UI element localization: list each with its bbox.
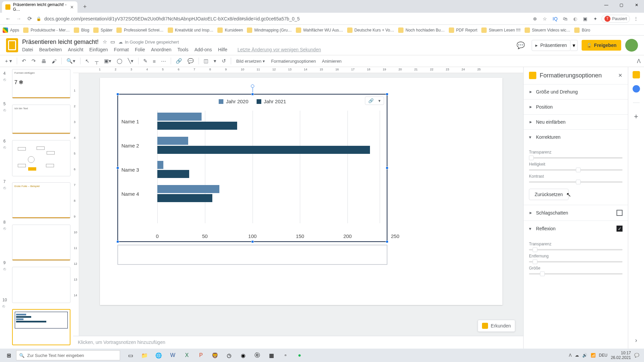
slide-stage[interactable]: 🔗 ▾ Jahr 2020 Jahr 2021	[79, 73, 523, 336]
forward-button[interactable]: →	[14, 14, 23, 23]
undo-button[interactable]: ↶	[20, 57, 28, 65]
app-icon[interactable]: ▦	[266, 350, 277, 361]
tasks-icon[interactable]	[633, 85, 640, 93]
comment-button[interactable]: 💬	[186, 57, 196, 65]
image-tool[interactable]: ▣▾	[102, 57, 113, 65]
menu-datei[interactable]: Datei	[22, 47, 33, 52]
section-recolor[interactable]: ▾Neu einfärben	[524, 114, 628, 129]
collapse-toolbar-icon[interactable]: ᐱ	[637, 58, 641, 64]
extensions-puzzle-icon[interactable]: ✦	[591, 15, 599, 23]
comments-icon[interactable]: 💬	[514, 39, 528, 52]
border-weight-button[interactable]: ≡	[151, 57, 158, 65]
maximize-button[interactable]: ▢	[614, 0, 629, 10]
replace-image-button[interactable]: Bild ersetzen ▾	[234, 57, 267, 65]
line-tool[interactable]: ╲▾	[126, 57, 135, 65]
volume-icon[interactable]: 🔊	[582, 353, 587, 358]
star-icon[interactable]: ☆	[103, 39, 107, 45]
hide-panel-icon[interactable]: ›	[635, 337, 637, 344]
lock-icon[interactable]: 🔒	[35, 16, 42, 21]
border-dash-button[interactable]: ⋯	[159, 57, 168, 65]
menu-einfuegen[interactable]: Einfügen	[89, 47, 108, 52]
bookmark-star-icon[interactable]: ☆	[541, 15, 549, 23]
slide-thumbnail-8[interactable]	[12, 225, 70, 261]
bookmark-item[interactable]: Noch hochladen Bu…	[398, 27, 445, 33]
refl-transparency-slider[interactable]	[529, 249, 623, 250]
bookmark-item[interactable]: PDF Report	[449, 27, 477, 33]
reset-image-button[interactable]: ↺	[220, 57, 228, 65]
mask-button[interactable]: ▾	[212, 57, 218, 65]
menu-bearbeiten[interactable]: Bearbeiten	[39, 47, 62, 52]
section-corrections[interactable]: ▾Korrekturen	[524, 129, 628, 144]
bookmark-item[interactable]: Büro	[574, 27, 590, 33]
menu-anordnen[interactable]: Anordnen	[151, 47, 171, 52]
animate-button[interactable]: Animieren	[320, 57, 344, 65]
ext-icon-1[interactable]: IQ	[551, 15, 559, 23]
language-indicator[interactable]: DEU	[599, 353, 607, 358]
bookmark-item[interactable]: Kursideen	[217, 27, 243, 33]
contrast-slider[interactable]	[529, 181, 623, 183]
onedrive-icon[interactable]: ☁	[575, 353, 579, 358]
apps-shortcut[interactable]: Apps	[3, 27, 19, 33]
back-button[interactable]: ←	[3, 14, 13, 23]
minimize-button[interactable]: —	[599, 0, 614, 10]
crop-button[interactable]: ◫	[202, 57, 210, 65]
resize-handle[interactable]	[116, 167, 119, 169]
url-field[interactable]: docs.google.com/presentation/d/1yV372SO5…	[42, 16, 531, 21]
browser-tab-active[interactable]: Präsentieren leicht gemacht! - G… ✕	[2, 1, 77, 13]
refl-distance-slider[interactable]	[529, 261, 623, 262]
new-tab-button[interactable]: +	[80, 2, 90, 11]
chart-dropdown-icon[interactable]: ▾	[377, 98, 382, 104]
notifications-icon[interactable]: 💬	[634, 353, 639, 358]
bookmark-item[interactable]: Steuern Lesen !!!!	[481, 27, 521, 33]
slide-thumbnail-10[interactable]	[12, 309, 70, 345]
border-color-button[interactable]: ✎	[142, 57, 149, 65]
present-dropdown[interactable]: ▾	[571, 40, 578, 51]
vertical-ruler[interactable]: 1234567891011121314	[73, 73, 79, 336]
slides-logo-icon[interactable]	[6, 38, 18, 52]
bookmark-item[interactable]: Professionell Schrei…	[116, 27, 163, 33]
slide-canvas[interactable]: 🔗 ▾ Jahr 2020 Jahr 2021	[100, 78, 502, 305]
resize-handle[interactable]	[386, 93, 388, 96]
close-tab-icon[interactable]: ✕	[70, 5, 74, 9]
bookmark-item[interactable]: Mindmapping (Gru…	[247, 27, 291, 33]
bookmark-item[interactable]: Deutsche Kurs + Vo…	[347, 27, 394, 33]
zoom-icon[interactable]: ⊕	[531, 15, 539, 23]
chart-image-selected[interactable]: 🔗 ▾ Jahr 2020 Jahr 2021	[117, 94, 387, 242]
paint-format-button[interactable]: 🖌	[50, 57, 58, 65]
resize-handle[interactable]	[251, 93, 254, 96]
slide-thumbnail-4[interactable]: Formen einfügen7 ✱	[12, 69, 70, 99]
print-button[interactable]: 🖶	[40, 57, 48, 65]
last-edit-link[interactable]: Letzte Änderung vor wenigen Sekunden	[237, 47, 321, 52]
edge-icon[interactable]: 🌐	[153, 350, 164, 361]
reflection-checkbox[interactable]: ✓	[616, 226, 623, 232]
resize-handle[interactable]	[251, 240, 254, 243]
chrome-icon[interactable]: ◉	[237, 350, 249, 361]
select-tool[interactable]: ↖	[84, 57, 91, 65]
bookmark-item[interactable]: Steuern Videos wic…	[525, 27, 571, 33]
slide-thumbnail-9[interactable]	[12, 267, 70, 303]
obs-icon[interactable]: ◷	[223, 350, 235, 361]
link-button[interactable]: 🔗	[174, 57, 184, 65]
edge2-icon[interactable]: ⓔ	[252, 350, 263, 361]
brightness-slider[interactable]	[529, 169, 623, 171]
explorer-icon[interactable]: 📁	[139, 350, 150, 361]
task-view-icon[interactable]: ▭	[125, 350, 136, 361]
document-title[interactable]: Präsentieren leicht gemacht!	[22, 39, 99, 46]
shape-tool[interactable]: ◯	[115, 57, 124, 65]
spotify-icon[interactable]: ●	[294, 350, 305, 361]
rotate-handle[interactable]	[251, 84, 254, 88]
bookmark-item[interactable]: Kreativität und Insp…	[168, 27, 214, 33]
section-shadow[interactable]: ▾Schlagschatten	[524, 205, 628, 221]
profile-paused-pill[interactable]: T Pausiert	[601, 15, 630, 23]
ext-icon-3[interactable]: ◐	[571, 15, 579, 23]
shadow-checkbox[interactable]	[616, 210, 623, 216]
slide-thumbnail-7[interactable]: Erste Folie – Beispiel	[12, 182, 70, 219]
panel-close-icon[interactable]: ✕	[618, 72, 623, 78]
bookmark-item[interactable]: Später	[93, 27, 112, 33]
slide-thumbnail-6[interactable]	[12, 140, 70, 176]
start-button[interactable]: ⊞	[2, 349, 15, 362]
chrome-menu-icon[interactable]: ⋮	[632, 15, 640, 23]
menu-format[interactable]: Format	[114, 47, 129, 52]
slide-thumbnail-5[interactable]: Ich bin Text	[12, 105, 70, 134]
reset-button[interactable]: Zurücksetzen	[529, 189, 569, 200]
